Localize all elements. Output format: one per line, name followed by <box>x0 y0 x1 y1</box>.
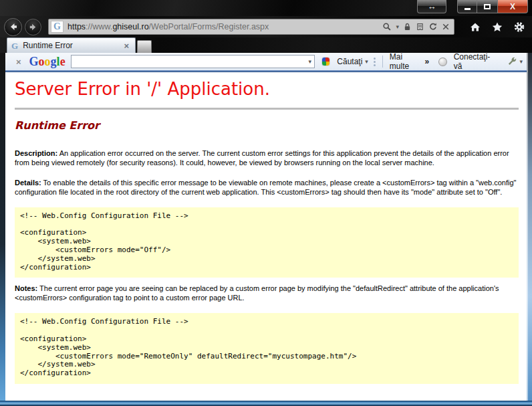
tab-title: Runtime Error <box>23 41 122 50</box>
logo-letter: g <box>51 55 57 68</box>
page-title: Server Error in '/' Application. <box>15 80 519 100</box>
compatibility-view-icon[interactable] <box>416 22 424 31</box>
tab-runtime-error[interactable]: G Runtime Error × <box>7 37 136 53</box>
code-text: <!-- Web.Config Configuration File --> <… <box>20 212 513 272</box>
toolbar-separator <box>382 56 383 68</box>
address-bar-icons: ▾ <box>382 22 451 31</box>
url-domain: ghiseul.ro <box>112 22 148 31</box>
browser-command-icons <box>469 21 525 33</box>
search-options-caret-icon: ▾ <box>365 59 368 65</box>
refresh-icon[interactable] <box>428 22 438 31</box>
url-path: /WebPortal/Forms/Register.aspx <box>149 22 269 31</box>
description-label: Description: <box>15 149 57 157</box>
url-separator: ://www. <box>86 22 112 31</box>
toolbar-search-button[interactable]: Căutaţi ▾ <box>334 57 371 66</box>
logo-letter: o <box>39 55 45 68</box>
url-text[interactable]: https://www.ghiseul.ro/WebPortal/Forms/R… <box>68 22 382 31</box>
back-button[interactable] <box>4 18 22 36</box>
forward-button[interactable] <box>25 19 41 35</box>
error-subtitle: Runtime Error <box>15 121 519 130</box>
google-search-ball-icon[interactable] <box>321 57 330 66</box>
title-bar: ↔ X <box>0 0 532 16</box>
notes-label: Notes: <box>15 284 37 292</box>
frame-left-border <box>0 53 5 401</box>
account-orb-icon <box>438 58 446 66</box>
search-icon[interactable] <box>382 22 392 31</box>
browser-window: ↔ X G http <box>0 0 532 406</box>
window-frame: × Google ▾ Căutaţi ▾ Mai multe » <box>0 53 532 401</box>
logo-letter: o <box>45 55 51 68</box>
description-text: An application error occurred on the ser… <box>15 149 509 167</box>
logo-letter: e <box>60 55 65 68</box>
address-bar[interactable]: G https://www.ghiseul.ro/WebPortal/Forms… <box>48 19 454 35</box>
lock-icon[interactable] <box>403 22 412 31</box>
sign-in-button[interactable]: Conectaţi-vă <box>451 52 499 71</box>
stop-icon[interactable] <box>442 23 450 31</box>
resize-toggle-button[interactable]: ↔ <box>417 0 446 13</box>
url-scheme: https <box>68 22 86 31</box>
description-paragraph: Description: An application error occurr… <box>15 148 519 167</box>
search-history-caret-icon[interactable]: ▾ <box>308 59 311 65</box>
details-text: To enable the details of this specific e… <box>15 179 517 196</box>
new-tab-button[interactable] <box>137 40 152 53</box>
details-paragraph: Details: To enable the details of this s… <box>15 178 519 197</box>
navigation-bar: G https://www.ghiseul.ro/WebPortal/Forms… <box>0 16 532 37</box>
more-menu-button[interactable]: Mai multe » <box>387 52 432 71</box>
minimize-button[interactable] <box>457 0 477 13</box>
favorites-star-icon[interactable] <box>491 21 503 33</box>
code-block-default-redirect: <!-- Web.Config Configuration File --> <… <box>15 313 519 384</box>
tab-bar: G Runtime Error × <box>0 37 532 53</box>
close-button[interactable]: X <box>497 0 528 13</box>
frame-right-border <box>527 53 532 401</box>
home-icon[interactable] <box>469 21 481 33</box>
maximize-icon <box>484 4 491 9</box>
favicon-letter: G <box>53 22 61 31</box>
maximize-button[interactable] <box>477 0 497 13</box>
sign-in-label: Conectaţi-vă <box>454 52 497 71</box>
google-toolbar: × Google ▾ Căutaţi ▾ Mai multe » <box>5 53 527 70</box>
site-favicon: G <box>51 21 63 33</box>
options-caret-icon: ▾ <box>519 59 523 65</box>
toolbar-search-input[interactable] <box>74 57 309 66</box>
settings-gear-icon[interactable] <box>513 21 525 33</box>
tab-favicon: G <box>11 41 18 50</box>
toolbar-options-button[interactable]: ▾ <box>507 56 523 67</box>
more-label: Mai multe <box>390 52 422 71</box>
logo-letter: G <box>29 55 39 68</box>
search-button-label: Căutaţi <box>337 57 362 66</box>
google-logo[interactable]: Google <box>29 55 65 69</box>
left-right-arrow-icon: ↔ <box>428 1 436 11</box>
details-label: Details: <box>15 179 41 187</box>
search-dropdown-caret-icon[interactable]: ▾ <box>396 24 399 30</box>
code-text: <!-- Web.Config Configuration File --> <… <box>20 318 513 378</box>
toolbar-search-box[interactable]: ▾ <box>71 55 315 68</box>
close-icon: X <box>510 2 515 11</box>
chevrons-icon: » <box>425 57 430 66</box>
wrench-icon <box>507 56 517 67</box>
tab-close-icon[interactable]: × <box>122 41 131 50</box>
notes-text: The current error page you are seeing ca… <box>15 284 499 302</box>
code-block-custom-errors-off: <!-- Web.Config Configuration File --> <… <box>15 207 519 278</box>
back-arrow-icon <box>8 21 19 32</box>
page-content: Server Error in '/' Application. Runtime… <box>5 72 527 401</box>
divider <box>15 108 519 110</box>
forward-arrow-icon <box>28 22 38 32</box>
window-controls: ↔ X <box>417 0 528 13</box>
toolbar-close-icon[interactable]: × <box>12 57 25 67</box>
toolbar-drag-grip[interactable] <box>374 58 376 66</box>
frame-bottom-border <box>0 401 532 406</box>
minimize-icon <box>464 8 471 10</box>
notes-paragraph: Notes: The current error page you are se… <box>15 284 519 302</box>
